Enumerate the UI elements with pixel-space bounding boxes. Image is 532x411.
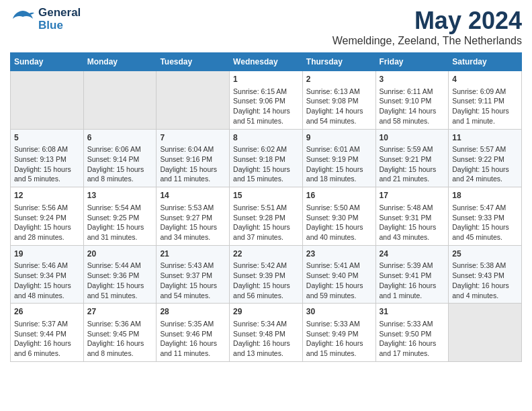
daylight-minutes: and 28 minutes.	[14, 233, 64, 241]
calendar-cell: 30Sunrise: 5:33 AMSunset: 9:49 PMDayligh…	[302, 304, 375, 362]
sunrise-text: Sunrise: 5:51 AM	[233, 203, 287, 212]
calendar-cell: 7Sunrise: 6:04 AMSunset: 9:16 PMDaylight…	[157, 129, 230, 187]
daylight-text: Daylight: 15 hours	[380, 165, 437, 173]
daylight-minutes: and 54 minutes.	[306, 117, 357, 125]
day-number: 8	[233, 132, 299, 144]
day-number: 13	[87, 190, 153, 201]
page-header: General Blue May 2024 Wemeldinge, Zeelan…	[10, 7, 522, 47]
calendar-cell: 14Sunrise: 5:53 AMSunset: 9:27 PMDayligh…	[157, 187, 230, 246]
calendar-cell: 13Sunrise: 5:54 AMSunset: 9:25 PMDayligh…	[83, 187, 157, 246]
calendar-cell: 17Sunrise: 5:48 AMSunset: 9:31 PMDayligh…	[375, 187, 449, 246]
calendar-cell	[83, 71, 157, 130]
sunrise-text: Sunrise: 6:02 AM	[233, 145, 287, 153]
sunrise-text: Sunrise: 6:11 AM	[380, 87, 433, 95]
main-title: May 2024	[332, 7, 522, 35]
daylight-text: Daylight: 15 hours	[233, 281, 290, 289]
subtitle: Wemeldinge, Zeeland, The Netherlands	[332, 35, 522, 47]
sunrise-text: Sunrise: 5:53 AM	[160, 203, 214, 212]
daylight-minutes: and 31 minutes.	[87, 233, 138, 241]
daylight-minutes: and 15 minutes.	[233, 175, 283, 183]
day-number: 31	[380, 306, 445, 318]
daylight-text: Daylight: 15 hours	[380, 223, 437, 231]
sunrise-text: Sunrise: 5:44 AM	[87, 261, 141, 269]
daylight-text: Daylight: 15 hours	[233, 165, 290, 173]
day-number: 17	[380, 190, 445, 201]
day-number: 26	[14, 306, 80, 318]
sunrise-text: Sunrise: 5:39 AM	[380, 261, 433, 269]
daylight-minutes: and 8 minutes.	[87, 349, 134, 357]
daylight-text: Daylight: 15 hours	[160, 223, 217, 231]
daylight-text: Daylight: 16 hours	[87, 339, 144, 347]
daylight-minutes: and 34 minutes.	[160, 233, 210, 241]
sunrise-text: Sunrise: 5:36 AM	[87, 320, 141, 328]
sunset-text: Sunset: 9:31 PM	[380, 214, 432, 222]
daylight-text: Daylight: 16 hours	[452, 281, 509, 289]
daylight-minutes: and 11 minutes.	[160, 175, 210, 183]
sunset-text: Sunset: 9:50 PM	[380, 330, 432, 338]
daylight-text: Daylight: 14 hours	[306, 107, 363, 115]
calendar-cell: 18Sunrise: 5:47 AMSunset: 9:33 PMDayligh…	[449, 187, 522, 246]
day-number: 10	[380, 132, 445, 144]
day-number: 15	[233, 190, 299, 201]
daylight-text: Daylight: 15 hours	[452, 223, 509, 231]
calendar-cell: 26Sunrise: 5:37 AMSunset: 9:44 PMDayligh…	[11, 304, 84, 362]
day-number: 25	[452, 248, 518, 260]
daylight-text: Daylight: 15 hours	[87, 223, 144, 231]
calendar-cell: 23Sunrise: 5:41 AMSunset: 9:40 PMDayligh…	[302, 245, 375, 304]
col-tuesday: Tuesday	[157, 53, 230, 71]
calendar-cell: 22Sunrise: 5:42 AMSunset: 9:39 PMDayligh…	[230, 245, 303, 304]
sunrise-text: Sunrise: 5:56 AM	[14, 203, 68, 212]
calendar-cell: 12Sunrise: 5:56 AMSunset: 9:24 PMDayligh…	[11, 187, 84, 246]
sunrise-text: Sunrise: 6:01 AM	[306, 145, 360, 153]
calendar-cell: 6Sunrise: 6:06 AMSunset: 9:14 PMDaylight…	[83, 129, 157, 187]
day-number: 5	[14, 132, 80, 144]
sunset-text: Sunset: 9:27 PM	[160, 214, 212, 222]
daylight-minutes: and 5 minutes.	[14, 175, 60, 183]
col-thursday: Thursday	[302, 53, 375, 71]
sunset-text: Sunset: 9:30 PM	[306, 214, 359, 222]
sunset-text: Sunset: 9:08 PM	[306, 97, 359, 105]
sunrise-text: Sunrise: 5:38 AM	[452, 261, 506, 269]
day-number: 27	[87, 306, 153, 318]
daylight-text: Daylight: 15 hours	[306, 281, 363, 289]
calendar-week-4: 19Sunrise: 5:46 AMSunset: 9:34 PMDayligh…	[11, 245, 522, 304]
sunset-text: Sunset: 9:40 PM	[306, 271, 359, 279]
day-number: 28	[160, 306, 226, 318]
calendar-header-row: Sunday Monday Tuesday Wednesday Thursday…	[11, 53, 522, 71]
sunset-text: Sunset: 9:39 PM	[233, 271, 285, 279]
sunset-text: Sunset: 9:48 PM	[233, 330, 285, 338]
daylight-minutes: and 58 minutes.	[380, 117, 430, 125]
day-number: 1	[233, 74, 299, 85]
calendar-cell: 1Sunrise: 6:15 AMSunset: 9:06 PMDaylight…	[230, 71, 303, 130]
calendar-week-1: 1Sunrise: 6:15 AMSunset: 9:06 PMDaylight…	[11, 71, 522, 130]
daylight-minutes: and 21 minutes.	[380, 175, 430, 183]
sunrise-text: Sunrise: 5:33 AM	[380, 320, 433, 328]
day-number: 6	[87, 132, 153, 144]
sunrise-text: Sunrise: 6:15 AM	[233, 87, 287, 95]
sunset-text: Sunset: 9:19 PM	[306, 155, 359, 163]
daylight-text: Daylight: 15 hours	[452, 165, 509, 173]
sunrise-text: Sunrise: 5:41 AM	[306, 261, 360, 269]
calendar-cell: 24Sunrise: 5:39 AMSunset: 9:41 PMDayligh…	[375, 245, 449, 304]
day-number: 12	[14, 190, 80, 201]
sunset-text: Sunset: 9:16 PM	[160, 155, 212, 163]
day-number: 14	[160, 190, 226, 201]
day-number: 16	[306, 190, 372, 201]
daylight-text: Daylight: 14 hours	[380, 107, 437, 115]
day-number: 2	[306, 74, 372, 85]
daylight-text: Daylight: 15 hours	[233, 223, 290, 231]
sunset-text: Sunset: 9:10 PM	[380, 97, 432, 105]
daylight-text: Daylight: 16 hours	[160, 339, 217, 347]
daylight-text: Daylight: 15 hours	[160, 281, 217, 289]
sunset-text: Sunset: 9:34 PM	[14, 271, 66, 279]
daylight-minutes: and 1 minute.	[380, 291, 423, 300]
calendar-cell	[449, 304, 522, 362]
sunset-text: Sunset: 9:06 PM	[233, 97, 285, 105]
sunset-text: Sunset: 9:36 PM	[87, 271, 140, 279]
daylight-minutes: and 17 minutes.	[380, 349, 430, 357]
sunrise-text: Sunrise: 5:43 AM	[160, 261, 214, 269]
daylight-minutes: and 43 minutes.	[380, 233, 430, 241]
day-number: 20	[87, 248, 153, 260]
daylight-minutes: and 11 minutes.	[160, 349, 210, 357]
sunset-text: Sunset: 9:41 PM	[380, 271, 432, 279]
